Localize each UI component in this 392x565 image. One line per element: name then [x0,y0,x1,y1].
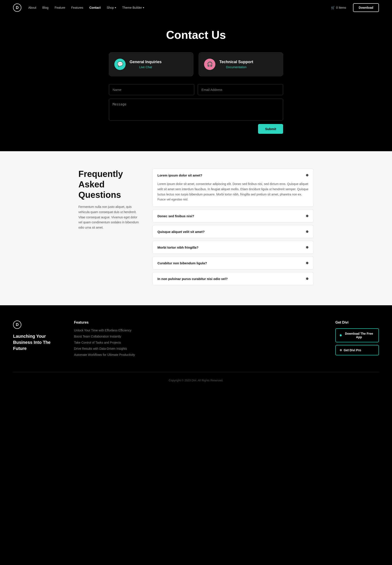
download-free-app-button[interactable]: Download The Free App [335,328,379,342]
faq-item-1-icon: ⊕ [306,214,308,218]
faq-item-0-answer: Lorem ipsum dolor sit amet, consectetur … [153,182,313,207]
general-inquiries-card: 💬 General Inquiries Live Chat [109,52,193,76]
general-inquiries-icon: 💬 [114,59,126,70]
faq-item-1-question: Donec sed finibus nisi? [157,214,194,218]
faq-left: Frequently Asked Questions Fermentum nul… [78,169,139,288]
footer-feature-1: Unlock Your Time with Effortless Efficie… [74,328,322,332]
name-input[interactable] [109,84,194,95]
faq-item-2-question: Quisque aliquet velit sit amet? [157,230,205,233]
submit-row: Submit [109,124,283,134]
message-textarea[interactable] [109,99,283,120]
faq-item-1: Donec sed finibus nisi? ⊕ [153,209,314,222]
footer-get-divi: Get Divi Download The Free App Get Divi … [335,320,379,359]
faq-section-wrapper: Frequently Asked Questions Fermentum nul… [0,151,392,305]
submit-button[interactable]: Submit [258,124,283,134]
faq-item-0: Lorem ipsum dolor sit amet? ⊕ Lorem ipsu… [153,169,314,207]
nav-link-features[interactable]: Features [71,6,83,9]
footer-get-divi-heading: Get Divi [335,320,379,324]
footer-feature-4: Drive Results with Data-Driven Insights [74,347,322,351]
nav-links: About Blog Feature Features Contact Shop… [28,6,324,9]
faq-item-4-icon: ⊕ [306,261,308,265]
nav-link-blog[interactable]: Blog [42,6,49,9]
faq-item-2-header[interactable]: Quisque aliquet velit sit amet? ⊕ [153,225,313,238]
cart-icon: 🛒 [331,6,335,9]
faq-right: Lorem ipsum dolor sit amet? ⊕ Lorem ipsu… [153,169,314,288]
faq-item-0-header[interactable]: Lorem ipsum dolor sit amet? ⊕ [153,169,313,182]
footer-tagline: Launching Your Business Into The Future [13,333,61,351]
faq-item-1-header[interactable]: Donec sed finibus nisi? ⊕ [153,210,313,222]
nav-link-contact[interactable]: Contact [89,6,101,9]
footer-logo: D [13,320,21,329]
faq-item-0-icon: ⊕ [306,173,308,177]
download-icon [340,334,342,336]
faq-item-3-icon: ⊕ [306,245,308,249]
footer: D Launching Your Business Into The Futur… [0,305,392,391]
nav-logo: D [13,3,21,12]
divi-pro-icon [340,349,342,351]
contact-heading: Contact Us [13,28,379,41]
faq-description: Fermentum nulla non justo aliquet, quis … [78,204,139,230]
footer-top: D Launching Your Business Into The Futur… [13,320,379,359]
theme-chevron-icon: ▾ [143,6,144,9]
documentation-link[interactable]: Documentation [226,65,247,69]
contact-section: Contact Us 💬 General Inquiries Live Chat… [0,15,392,151]
nav-cart[interactable]: 🛒 0 Items [331,6,346,9]
faq-section: Frequently Asked Questions Fermentum nul… [65,151,327,305]
general-inquiries-text: General Inquiries Live Chat [130,60,162,69]
technical-support-icon: 🎧 [204,59,215,70]
form-name-email-row [109,84,283,95]
footer-feature-5: Automate Workflows for Ultimate Producti… [74,353,322,357]
live-chat-link[interactable]: Live Chat [139,65,152,69]
nav-link-feature[interactable]: Feature [55,6,65,9]
footer-feature-2: Boost Team Collaboration Instantly [74,334,322,338]
faq-item-5-icon: ⊕ [306,277,308,281]
nav-link-about[interactable]: About [28,6,36,9]
footer-feature-3: Take Control of Tasks and Projects [74,341,322,345]
footer-features-list: Unlock Your Time with Effortless Efficie… [74,328,322,357]
nav-download-button[interactable]: Download [353,3,379,12]
get-divi-pro-button[interactable]: Get Divi Pro [335,345,379,355]
footer-features: Features Unlock Your Time with Effortles… [74,320,322,359]
faq-item-3: Morbi tortor nibh fringilla? ⊕ [153,241,314,254]
faq-heading: Frequently Asked Questions [78,169,139,200]
email-input[interactable] [198,84,283,95]
technical-support-text: Technical Support Documentation [219,60,253,69]
faq-item-5-question: In non pulvinar purus curabitur nisi odi… [157,277,228,281]
contact-cards: 💬 General Inquiries Live Chat 🎧 Technica… [109,52,283,76]
navbar: D About Blog Feature Features Contact Sh… [0,0,392,15]
nav-link-theme-builder[interactable]: Theme Builder ▾ [122,6,144,9]
footer-bottom: Copyright © 2023 Divi. All Rights Reserv… [13,372,379,382]
contact-form: Submit [109,84,283,134]
faq-item-2-icon: ⊕ [306,230,308,233]
faq-item-5: In non pulvinar purus curabitur nisi odi… [153,272,314,285]
faq-item-4-header[interactable]: Curabitur non bibendum ligula? ⊕ [153,257,313,269]
faq-item-3-header[interactable]: Morbi tortor nibh fringilla? ⊕ [153,241,313,254]
faq-item-3-question: Morbi tortor nibh fringilla? [157,246,198,249]
footer-brand: D Launching Your Business Into The Futur… [13,320,61,359]
faq-item-4-question: Curabitur non bibendum ligula? [157,261,207,265]
technical-support-card: 🎧 Technical Support Documentation [199,52,283,76]
faq-item-0-question: Lorem ipsum dolor sit amet? [157,174,202,177]
footer-copyright: Copyright © 2023 Divi. All Rights Reserv… [169,379,224,382]
footer-features-heading: Features [74,320,322,324]
shop-chevron-icon: ▾ [115,6,116,9]
faq-item-4: Curabitur non bibendum ligula? ⊕ [153,257,314,270]
faq-item-5-header[interactable]: In non pulvinar purus curabitur nisi odi… [153,272,313,285]
nav-link-shop[interactable]: Shop ▾ [107,6,116,9]
faq-item-2: Quisque aliquet velit sit amet? ⊕ [153,225,314,238]
